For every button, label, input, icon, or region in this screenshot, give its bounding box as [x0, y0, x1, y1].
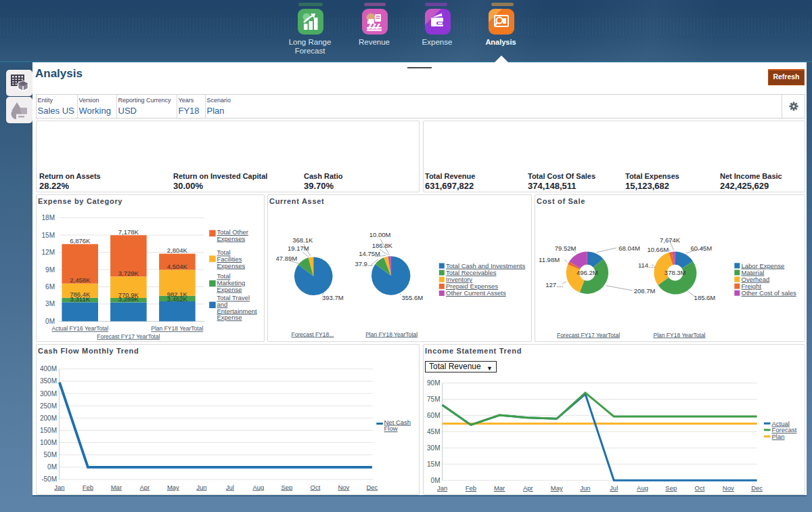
svg-text:355.6M: 355.6M: [402, 294, 424, 301]
svg-text:Apr: Apr: [140, 484, 150, 491]
svg-text:Jun: Jun: [580, 484, 590, 492]
svg-text:250M: 250M: [40, 402, 57, 410]
svg-text:Forecast FY17 YearTotal: Forecast FY17 YearTotal: [557, 332, 620, 339]
svg-text:496.2M: 496.2M: [577, 269, 598, 276]
svg-text:127....: 127....: [545, 281, 563, 289]
svg-text:50M: 50M: [44, 451, 57, 458]
svg-text:37.9...: 37.9...: [355, 260, 372, 268]
svg-text:90M: 90M: [427, 379, 440, 387]
svg-text:Feb: Feb: [466, 484, 476, 492]
svg-text:15M: 15M: [427, 461, 440, 468]
svg-text:350M: 350M: [40, 377, 57, 385]
svg-text:12M: 12M: [42, 249, 55, 256]
svg-text:Expense: Expense: [217, 286, 242, 293]
svg-text:11.98M: 11.98M: [539, 256, 560, 263]
svg-text:Jan: Jan: [54, 484, 64, 491]
svg-text:10.66M: 10.66M: [647, 246, 669, 253]
svg-text:75M: 75M: [427, 396, 440, 403]
svg-text:Forecast FY18...: Forecast FY18...: [291, 331, 334, 338]
svg-text:Plan FY18 YearTotal: Plan FY18 YearTotal: [151, 325, 203, 332]
svg-text:45M: 45M: [427, 428, 440, 435]
svg-text:Flow: Flow: [384, 425, 398, 432]
svg-text:68.04M: 68.04M: [618, 244, 640, 252]
svg-text:150M: 150M: [40, 427, 57, 434]
svg-text:Expenses: Expenses: [217, 262, 246, 270]
svg-text:May: May: [551, 484, 563, 492]
svg-text:30M: 30M: [427, 444, 440, 452]
svg-text:10.00M: 10.00M: [369, 231, 391, 238]
svg-text:Mar: Mar: [494, 484, 505, 492]
svg-text:393.7M: 393.7M: [322, 294, 344, 301]
svg-text:Sep: Sep: [665, 484, 677, 492]
svg-text:Oct: Oct: [695, 484, 705, 492]
svg-text:368.1K: 368.1K: [292, 236, 313, 244]
svg-text:Jul: Jul: [226, 484, 234, 491]
svg-text:114....: 114....: [638, 261, 656, 269]
svg-text:0M: 0M: [431, 477, 441, 484]
svg-text:15M: 15M: [42, 232, 55, 239]
svg-text:Dec: Dec: [751, 484, 763, 492]
svg-text:Sep: Sep: [281, 484, 292, 491]
svg-text:100M: 100M: [40, 439, 57, 446]
svg-text:9M: 9M: [45, 266, 55, 274]
svg-text:185.6M: 185.6M: [694, 294, 716, 301]
svg-text:2,458K: 2,458K: [70, 276, 91, 284]
svg-text:0M: 0M: [45, 318, 55, 325]
svg-text:19.17M: 19.17M: [288, 244, 309, 252]
svg-text:Feb: Feb: [83, 484, 93, 491]
svg-text:3M: 3M: [45, 300, 55, 307]
svg-text:60M: 60M: [427, 412, 440, 419]
svg-text:Aug: Aug: [637, 484, 648, 492]
svg-text:3,289K: 3,289K: [118, 295, 139, 303]
svg-text:Dec: Dec: [366, 484, 378, 491]
svg-text:Apr: Apr: [523, 484, 533, 492]
svg-text:Expenses: Expenses: [217, 235, 246, 242]
svg-text:200M: 200M: [40, 414, 57, 422]
svg-text:3,462K: 3,462K: [167, 295, 188, 303]
svg-text:0M: 0M: [47, 463, 57, 471]
svg-text:378.3M: 378.3M: [664, 269, 686, 276]
svg-text:6,876K: 6,876K: [70, 237, 91, 244]
svg-text:Other Current Assets: Other Current Assets: [446, 289, 506, 297]
svg-text:Forecast FY17 YearTotal: Forecast FY17 YearTotal: [97, 333, 160, 340]
svg-text:79.52M: 79.52M: [555, 244, 577, 252]
svg-text:14.75M: 14.75M: [359, 250, 380, 257]
svg-text:208.7M: 208.7M: [634, 287, 656, 295]
svg-text:Jul: Jul: [610, 484, 618, 492]
svg-text:Aug: Aug: [252, 484, 264, 491]
svg-text:Oct: Oct: [311, 484, 321, 491]
svg-text:7,674K: 7,674K: [660, 236, 681, 244]
svg-text:Nov: Nov: [723, 484, 734, 492]
svg-text:2,804K: 2,804K: [167, 247, 188, 254]
svg-text:18M: 18M: [42, 214, 55, 221]
svg-text:Mar: Mar: [111, 484, 122, 491]
svg-text:3,729K: 3,729K: [118, 270, 139, 277]
svg-text:Plan: Plan: [772, 433, 785, 440]
svg-text:May: May: [167, 484, 179, 491]
svg-text:Plan FY18 YearTotal: Plan FY18 YearTotal: [365, 331, 418, 338]
svg-text:Actual FY16 YearTotal: Actual FY16 YearTotal: [51, 325, 108, 332]
svg-text:60.45M: 60.45M: [691, 244, 713, 252]
svg-text:300M: 300M: [40, 390, 57, 398]
svg-text:Jan: Jan: [437, 484, 447, 492]
svg-text:Expense: Expense: [217, 314, 242, 321]
svg-text:400M: 400M: [40, 365, 57, 372]
svg-text:47.89M: 47.89M: [276, 255, 298, 262]
svg-text:Other Cost of sales: Other Cost of sales: [742, 289, 797, 297]
svg-text:6M: 6M: [45, 283, 55, 291]
svg-text:4,504K: 4,504K: [167, 263, 188, 270]
svg-text:186.8K: 186.8K: [372, 242, 393, 249]
svg-text:7,178K: 7,178K: [118, 228, 139, 236]
svg-text:-50M: -50M: [41, 475, 57, 483]
svg-text:Jun: Jun: [196, 484, 206, 491]
svg-text:Plan FY18 YearTotal: Plan FY18 YearTotal: [653, 332, 705, 339]
svg-text:Nov: Nov: [338, 484, 349, 491]
svg-text:3,311K: 3,311K: [70, 295, 91, 303]
